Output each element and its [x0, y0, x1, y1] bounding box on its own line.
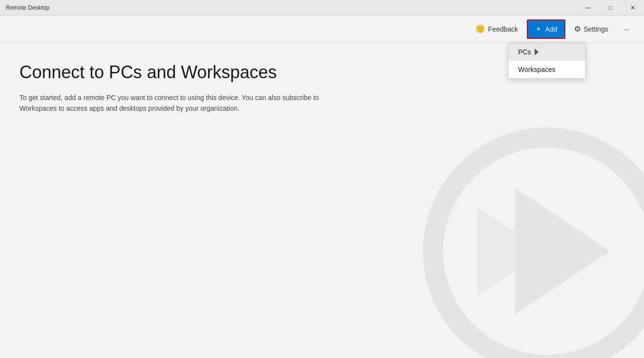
dropdown-item-pcs[interactable]: PCs — [508, 43, 585, 61]
cursor-indicator — [535, 49, 539, 55]
feedback-label: Feedback — [488, 25, 518, 33]
minimize-button[interactable]: — — [577, 0, 599, 16]
add-icon: ＋ — [535, 24, 542, 34]
close-button[interactable]: ✕ — [622, 0, 644, 16]
background-logo — [420, 125, 644, 358]
workspaces-label: Workspaces — [518, 66, 556, 73]
app-title: Remote Desktop — [6, 4, 49, 11]
toolbar: 🙂 Feedback ＋ Add ⚙ Settings ··· — [0, 16, 644, 43]
window-controls: — □ ✕ — [577, 0, 644, 16]
page-description: To get started, add a remote PC you want… — [19, 92, 331, 114]
feedback-button[interactable]: 🙂 Feedback — [469, 19, 524, 39]
add-button[interactable]: ＋ Add — [527, 19, 565, 39]
main-content: Connect to PCs and Workspaces To get sta… — [0, 43, 644, 358]
maximize-button[interactable]: □ — [599, 0, 622, 16]
settings-icon: ⚙ — [574, 24, 581, 34]
add-dropdown-menu: PCs Workspaces — [508, 43, 586, 79]
add-label: Add — [545, 25, 557, 33]
dropdown-item-workspaces[interactable]: Workspaces — [508, 61, 585, 78]
more-label: ··· — [624, 25, 629, 33]
settings-button[interactable]: ⚙ Settings — [567, 19, 615, 39]
pcs-label: PCs — [518, 48, 531, 56]
settings-label: Settings — [584, 25, 609, 33]
feedback-icon: 🙂 — [475, 24, 485, 34]
more-button[interactable]: ··· — [617, 19, 636, 39]
title-bar: Remote Desktop — □ ✕ — [0, 0, 644, 16]
